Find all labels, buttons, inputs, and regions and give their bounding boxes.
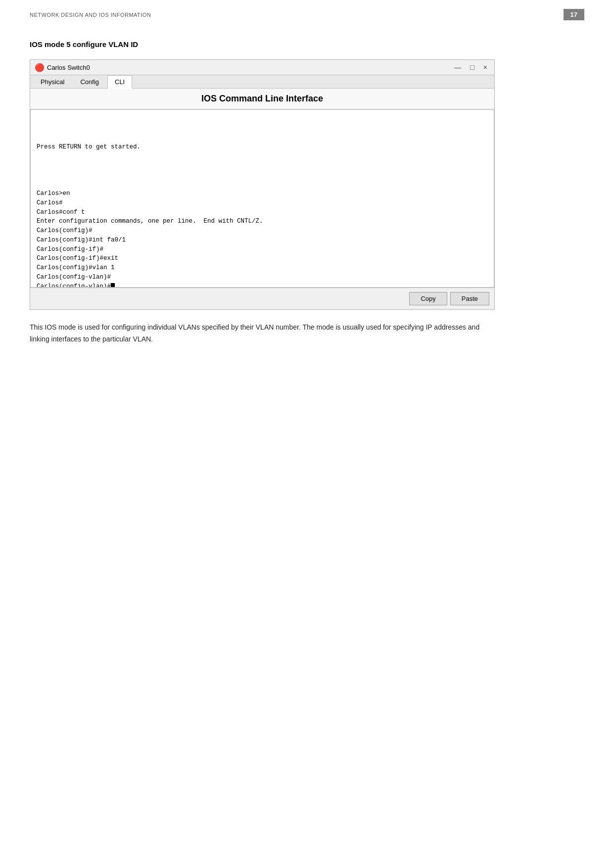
switch-icon: 🔴 — [35, 63, 44, 72]
paste-button[interactable]: Paste — [450, 292, 489, 305]
minimize-button[interactable]: — — [452, 64, 463, 71]
tab-physical[interactable]: Physical — [33, 75, 72, 88]
close-button[interactable]: × — [481, 64, 489, 71]
cli-header: IOS Command Line Interface — [30, 89, 494, 109]
page-container: NETWORK DESIGN AND IOS INFORMATION 17 IO… — [0, 0, 614, 868]
cli-terminal[interactable]: Press RETURN to get started. Carlos>en C… — [30, 109, 494, 288]
tab-config[interactable]: Config — [73, 75, 106, 88]
window-chrome: 🔴 Carlos Switch0 — □ × Physical Config C… — [30, 59, 495, 310]
header-title: NETWORK DESIGN AND IOS INFORMATION — [30, 12, 151, 18]
cli-terminal-content: Press RETURN to get started. Carlos>en C… — [31, 110, 494, 288]
cli-buttons: Copy Paste — [30, 288, 494, 309]
description-text: This IOS mode is used for configuring in… — [30, 322, 495, 345]
page-header: NETWORK DESIGN AND IOS INFORMATION 17 — [0, 0, 614, 25]
tab-cli[interactable]: CLI — [107, 75, 132, 89]
window-title-left: 🔴 Carlos Switch0 — [35, 63, 90, 72]
maximize-button[interactable]: □ — [468, 64, 476, 71]
copy-button[interactable]: Copy — [409, 292, 447, 305]
window-controls: — □ × — [452, 64, 489, 71]
main-content: IOS mode 5 configure VLAN ID 🔴 Carlos Sw… — [0, 25, 614, 365]
window-tabs: Physical Config CLI — [30, 75, 494, 89]
window-titlebar: 🔴 Carlos Switch0 — □ × — [30, 60, 494, 75]
page-number-badge: 17 — [564, 9, 584, 20]
cursor-blink — [111, 283, 115, 288]
section-title: IOS mode 5 configure VLAN ID — [30, 40, 584, 48]
window-title-text: Carlos Switch0 — [47, 64, 90, 71]
